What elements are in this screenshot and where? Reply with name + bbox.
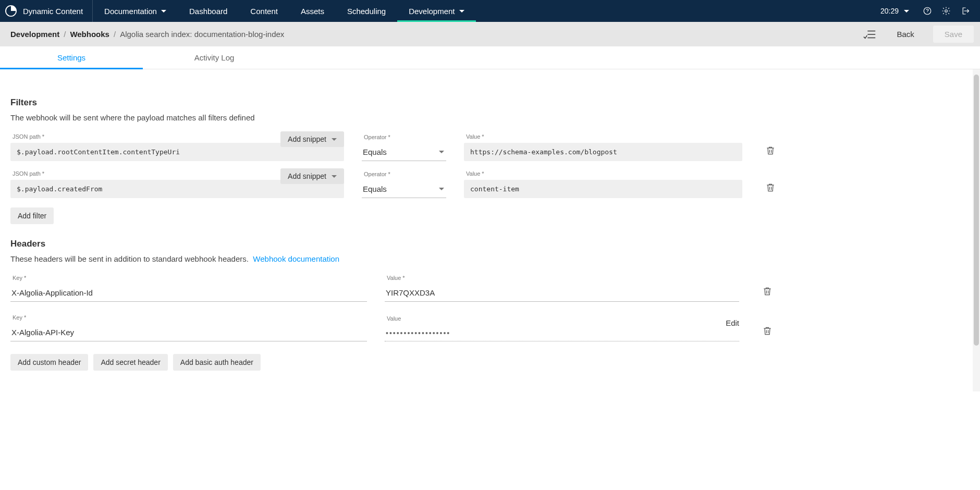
add-snippet-button[interactable]: Add snippet [280,131,344,147]
sub-header: Development / Webhooks / Algolia search … [0,22,980,46]
page-body: Filters The webhook will be sent where t… [0,69,980,391]
trash-icon [762,325,773,337]
webhook-doc-link[interactable]: Webhook documentation [253,254,339,263]
add-secret-header-button[interactable]: Add secret header [93,354,167,371]
scrollbar-track[interactable] [973,69,980,391]
svg-point-3 [945,10,948,13]
header-key-label: Key * [13,314,367,321]
delete-filter-button[interactable] [765,145,776,158]
value-field: Value * [464,133,742,161]
nav-documentation-label: Documentation [104,7,157,16]
operator-select[interactable]: Equals [362,143,446,161]
back-button[interactable]: Back [885,26,925,43]
add-basic-auth-header-button[interactable]: Add basic auth header [173,354,261,371]
clock-dropdown[interactable]: 20:29 [873,7,916,15]
chevron-down-icon [332,138,337,141]
filters-desc: The webhook will be sent where the paylo… [10,113,970,122]
operator-field: Operator * Equals [362,171,446,198]
logout-icon[interactable] [957,3,973,19]
breadcrumb-webhooks[interactable]: Webhooks [70,30,109,39]
trash-icon [765,182,776,193]
tab-activity-log[interactable]: Activity Log [143,46,286,69]
json-path-field: Add snippet JSON path * [10,133,344,161]
nav-scheduling-label: Scheduling [347,7,386,16]
headers-desc: These headers will be sent in addition t… [10,254,970,263]
trash-icon [765,145,776,156]
header-key-input[interactable] [10,324,367,341]
product-name: Dynamic Content [23,7,83,16]
header-row: Key * Value * [10,275,970,302]
header-secret-value-field: Value Edit •••••••••••••••••• [385,315,739,341]
operator-label: Operator * [364,134,446,140]
json-path-field: Add snippet JSON path * [10,170,344,198]
value-field: Value * [464,170,742,198]
operator-field: Operator * Equals [362,134,446,161]
nav-development[interactable]: Development [397,0,475,22]
value-input[interactable] [464,143,742,161]
breadcrumb-separator: / [64,30,66,39]
add-filter-button[interactable]: Add filter [10,207,54,224]
scrollbar-thumb[interactable] [974,75,979,346]
nav-dashboard-label: Dashboard [189,7,227,16]
nav-right: 20:29 [873,0,980,22]
help-icon[interactable] [920,3,935,19]
header-value-input[interactable] [385,284,739,302]
value-input[interactable] [464,180,742,198]
header-value-field: Value * [385,275,739,302]
headers-heading: Headers [10,239,970,249]
add-snippet-label: Add snippet [288,172,326,180]
clock-time: 20:29 [880,7,899,15]
filters-heading: Filters [10,97,970,108]
operator-select[interactable]: Equals [362,180,446,198]
tab-settings-label: Settings [57,53,85,62]
value-label: Value * [466,170,742,177]
svg-point-2 [927,13,928,13]
delete-filter-button[interactable] [765,182,776,195]
filter-row: Add snippet JSON path * Operator * Equal… [10,170,970,198]
delete-header-button[interactable] [762,325,773,338]
nav-documentation[interactable]: Documentation [93,0,178,22]
gear-icon[interactable] [938,3,954,19]
header-value-label: Value * [387,275,739,281]
operator-label: Operator * [364,171,446,177]
breadcrumb: Development / Webhooks / Algolia search … [10,30,284,39]
nav-development-label: Development [409,7,455,16]
save-button: Save [933,26,974,43]
operator-value: Equals [363,148,387,156]
subheader-actions: Back Save [862,26,974,43]
top-nav: Dynamic Content Documentation Dashboard … [0,0,980,22]
breadcrumb-separator: / [114,30,116,39]
header-secret-value: •••••••••••••••••• [385,325,739,341]
breadcrumb-development[interactable]: Development [10,30,59,39]
nav-content-label: Content [250,7,278,16]
chevron-down-icon [439,151,444,153]
header-key-input[interactable] [10,284,367,302]
chevron-down-icon [332,175,337,178]
add-custom-header-button[interactable]: Add custom header [10,354,88,371]
filter-row: Add snippet JSON path * Operator * Equal… [10,133,970,161]
nav-assets[interactable]: Assets [289,0,336,22]
chevron-down-icon [904,10,909,13]
add-snippet-button[interactable]: Add snippet [280,168,344,184]
nav-dashboard[interactable]: Dashboard [178,0,239,22]
edit-secret-button[interactable]: Edit [726,318,739,327]
operator-value: Equals [363,185,387,193]
header-row: Key * Value Edit •••••••••••••••••• [10,314,970,341]
nav-scheduling[interactable]: Scheduling [336,0,397,22]
breadcrumb-current: Algolia search index: documentation-blog… [120,30,284,39]
tab-settings[interactable]: Settings [0,46,143,69]
header-buttons: Add custom header Add secret header Add … [10,354,970,371]
chevron-down-icon [161,10,166,13]
delete-header-button[interactable] [762,286,773,299]
nav-items: Documentation Dashboard Content Assets S… [93,0,475,22]
add-snippet-label: Add snippet [288,135,326,143]
header-key-label: Key * [13,275,367,281]
headers-desc-text: These headers will be sent in addition t… [10,254,249,263]
checklist-icon[interactable] [862,27,878,42]
trash-icon [762,286,773,297]
chevron-down-icon [439,188,444,190]
nav-content[interactable]: Content [239,0,289,22]
amplience-logo-icon [5,5,17,17]
chevron-down-icon [459,10,464,13]
header-key-field: Key * [10,314,367,341]
